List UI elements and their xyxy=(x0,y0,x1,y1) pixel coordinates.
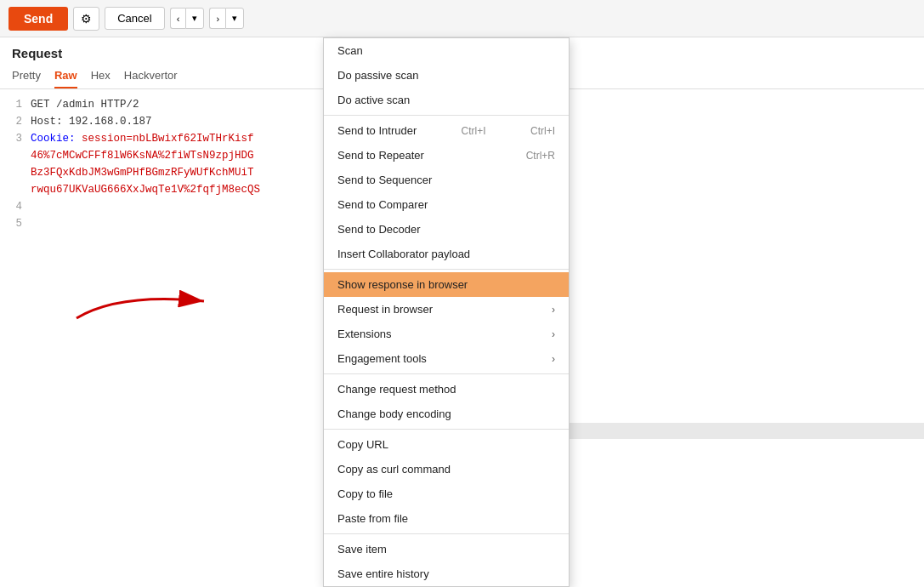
menu-item-active-scan[interactable]: Do active scan xyxy=(324,88,569,112)
menu-item-send-repeater[interactable]: Send to Repeater Ctrl+R xyxy=(324,143,569,168)
settings-button[interactable]: ⚙ xyxy=(73,7,99,31)
code-line-5: 5 xyxy=(0,215,331,232)
menu-item-send-comparer[interactable]: Send to Comparer xyxy=(324,192,569,217)
menu-item-send-sequencer[interactable]: Send to Sequencer xyxy=(324,168,569,192)
tab-hackvertor-request[interactable]: Hackvertor xyxy=(124,66,178,88)
context-menu: Scan Do passive scan Do active scan Send… xyxy=(323,37,570,587)
menu-item-engagement-tools[interactable]: Engagement tools › xyxy=(324,346,569,371)
menu-item-save-history[interactable]: Save entire history xyxy=(324,561,569,586)
submenu-arrow-engagement: › xyxy=(552,353,555,365)
menu-item-insert-collab[interactable]: Insert Collaborator payload xyxy=(324,242,569,266)
request-code-area: 1 GET /admin HTTP/2 2 Host: 192.168.0.18… xyxy=(0,89,331,587)
nav-forward-button[interactable]: › xyxy=(209,8,225,29)
separator-4 xyxy=(324,429,569,430)
code-line-1: 1 GET /admin HTTP/2 xyxy=(0,96,331,113)
menu-item-passive-scan[interactable]: Do passive scan xyxy=(324,63,569,88)
submenu-arrow-request-browser: › xyxy=(552,304,555,316)
menu-item-scan[interactable]: Scan xyxy=(324,38,569,63)
menu-item-show-response[interactable]: Show response in browser xyxy=(324,272,569,297)
code-line-4: 4 xyxy=(0,198,331,215)
request-title: Request xyxy=(0,37,331,66)
red-arrow-svg xyxy=(68,284,221,327)
menu-item-change-body[interactable]: Change body encoding xyxy=(324,402,569,426)
menu-item-send-intruder[interactable]: Send to Intruder Ctrl+I Ctrl+I xyxy=(324,118,569,143)
nav-back-dropdown-button[interactable]: ▾ xyxy=(185,8,204,29)
menu-item-copy-curl[interactable]: Copy as curl command xyxy=(324,457,569,482)
main-layout: Request Pretty Raw Hex Hackvertor 1 GET … xyxy=(0,37,924,587)
tab-raw-request[interactable]: Raw xyxy=(54,66,77,88)
send-button[interactable]: Send xyxy=(9,7,68,31)
gear-icon: ⚙ xyxy=(81,12,92,26)
cancel-button[interactable]: Cancel xyxy=(105,7,164,30)
code-line-3: 3 Cookie: session=nbLBwixf62IwTHrKisf 46… xyxy=(0,130,331,198)
request-panel: Request Pretty Raw Hex Hackvertor 1 GET … xyxy=(0,37,332,587)
separator-3 xyxy=(324,373,569,374)
menu-item-request-browser[interactable]: Request in browser › xyxy=(324,297,569,322)
tab-pretty-request[interactable]: Pretty xyxy=(12,66,41,88)
submenu-arrow-extensions: › xyxy=(552,328,555,340)
nav-back-group: ‹ ▾ xyxy=(170,8,205,29)
nav-back-button[interactable]: ‹ xyxy=(170,8,186,29)
arrow-annotation xyxy=(68,284,221,329)
menu-item-extensions[interactable]: Extensions › xyxy=(324,322,569,346)
separator-1 xyxy=(324,115,569,116)
menu-item-copy-url[interactable]: Copy URL xyxy=(324,432,569,457)
code-line-2: 2 Host: 192.168.0.187 xyxy=(0,113,331,130)
nav-forward-dropdown-button[interactable]: ▾ xyxy=(225,8,244,29)
separator-2 xyxy=(324,269,569,270)
toolbar: Send ⚙ Cancel ‹ ▾ › ▾ xyxy=(0,0,924,37)
menu-item-copy-file[interactable]: Copy to file xyxy=(324,482,569,506)
menu-item-paste-file[interactable]: Paste from file xyxy=(324,506,569,531)
menu-item-change-method[interactable]: Change request method xyxy=(324,377,569,402)
menu-item-save-item[interactable]: Save item xyxy=(324,537,569,561)
separator-5 xyxy=(324,533,569,534)
menu-item-send-decoder[interactable]: Send to Decoder xyxy=(324,217,569,242)
request-tabs: Pretty Raw Hex Hackvertor xyxy=(0,66,331,89)
tab-hex-request[interactable]: Hex xyxy=(91,66,111,88)
nav-forward-group: › ▾ xyxy=(209,8,244,29)
